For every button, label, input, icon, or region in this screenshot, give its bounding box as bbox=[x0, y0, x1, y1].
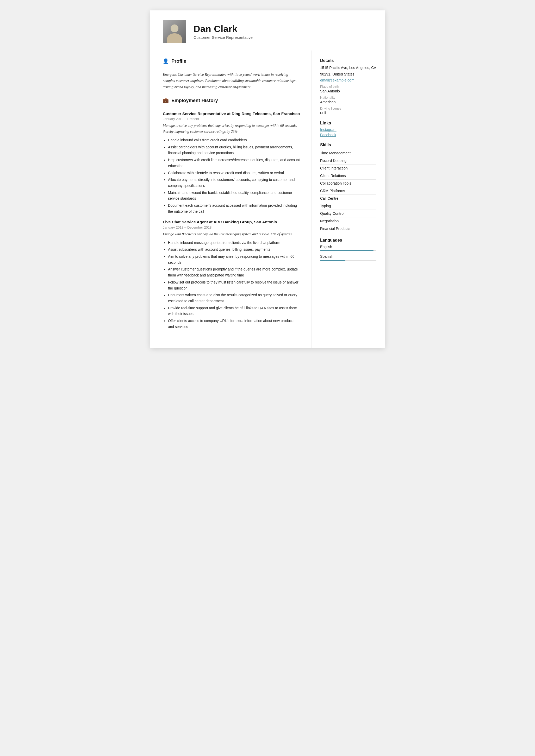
list-item: Answer customer questions promptly and i… bbox=[168, 267, 301, 278]
list-item: Assist subscribers with account queries,… bbox=[168, 247, 301, 253]
skill-item: Call Centre bbox=[320, 195, 376, 202]
job-entry-2: Live Chat Service Agent at ABC Banking G… bbox=[163, 219, 301, 330]
language-name-english: English bbox=[320, 245, 376, 249]
details-title: Details bbox=[320, 58, 376, 63]
employment-icon: 💼 bbox=[163, 97, 169, 103]
detail-address-line2: 90291, United States bbox=[320, 71, 376, 77]
job-entry-1: Customer Service Representative at Ding … bbox=[163, 111, 301, 215]
skill-item: Financial Products bbox=[320, 225, 376, 232]
list-item: Maintain and exceed the bank's establish… bbox=[168, 190, 301, 202]
candidate-name: Dan Clark bbox=[193, 24, 253, 34]
avatar bbox=[163, 20, 186, 43]
list-item: Collaborate with clientele to resolve cr… bbox=[168, 170, 301, 176]
skills-title: Skills bbox=[320, 143, 376, 147]
job-title-1: Customer Service Representative at Ding … bbox=[163, 111, 301, 116]
job-bullets-1: Handle inbound calls from credit card ca… bbox=[163, 137, 301, 214]
job-dates-2: January 2018 – December 2018 bbox=[163, 226, 301, 230]
job-title-2: Live Chat Service Agent at ABC Banking G… bbox=[163, 219, 301, 225]
language-bar-bg-spanish bbox=[320, 260, 376, 261]
skill-item: Client Relations bbox=[320, 172, 376, 180]
skill-item: Client Interaction bbox=[320, 165, 376, 172]
list-item: Handle inbound calls from credit card ca… bbox=[168, 137, 301, 144]
nationality-value: American bbox=[320, 100, 376, 104]
profile-section: 👤 Profile Energetic Customer Service Rep… bbox=[163, 58, 301, 90]
driving-license-value: Full bbox=[320, 111, 376, 115]
list-item: Provide real-time support and give clien… bbox=[168, 305, 301, 317]
employment-section: 💼 Employment History Customer Service Re… bbox=[163, 97, 301, 330]
candidate-title: Customer Service Representative bbox=[193, 35, 253, 40]
list-item: Offer clients access to company URL's fo… bbox=[168, 318, 301, 330]
nationality-label: Nationality bbox=[320, 96, 376, 99]
detail-email[interactable]: email@example.com bbox=[320, 78, 376, 82]
list-item: Allocate payments directly into customer… bbox=[168, 177, 301, 189]
language-bar-fill-english bbox=[320, 250, 374, 251]
languages-title: Languages bbox=[320, 238, 376, 243]
list-item: Help customers with credit line increase… bbox=[168, 157, 301, 169]
job-summary-2: Engage with 80 clients per day via the l… bbox=[163, 231, 301, 237]
details-section: Details 1515 Pacific Ave, Los Angeles, C… bbox=[320, 58, 376, 115]
profile-text: Energetic Customer Service Representativ… bbox=[163, 71, 301, 90]
list-item: Document written chats and also the resu… bbox=[168, 292, 301, 304]
language-bar-bg-english bbox=[320, 250, 376, 251]
list-item: Aim to solve any problems that may arise… bbox=[168, 254, 301, 265]
profile-divider bbox=[163, 67, 301, 67]
employment-divider bbox=[163, 106, 301, 106]
job-dates-1: January 2019 – Present bbox=[163, 117, 301, 121]
header: Dan Clark Customer Service Representativ… bbox=[150, 11, 385, 50]
header-info: Dan Clark Customer Service Representativ… bbox=[193, 24, 253, 40]
language-spanish: Spanish bbox=[320, 254, 376, 261]
driving-license-label: Driving license bbox=[320, 107, 376, 110]
profile-section-title: 👤 Profile bbox=[163, 58, 301, 64]
resume-container: Dan Clark Customer Service Representativ… bbox=[150, 11, 385, 348]
skill-item: Record Keeping bbox=[320, 157, 376, 165]
place-of-birth-label: Place of birth bbox=[320, 85, 376, 89]
list-item: Handle inbound message queries from clie… bbox=[168, 240, 301, 246]
links-title: Links bbox=[320, 121, 376, 125]
links-section: Links Instagram Facebook bbox=[320, 121, 376, 137]
language-name-spanish: Spanish bbox=[320, 254, 376, 258]
list-item: Follow set out protocols to they must li… bbox=[168, 280, 301, 291]
skill-item: Negotiation bbox=[320, 217, 376, 225]
list-item: Document each customer's account accesse… bbox=[168, 203, 301, 214]
skill-item: Typing bbox=[320, 202, 376, 210]
skill-item: CRM Platforms bbox=[320, 187, 376, 195]
job-summary-1: Manage to solve any problems that may ar… bbox=[163, 123, 301, 135]
employment-section-title: 💼 Employment History bbox=[163, 97, 301, 103]
job-bullets-2: Handle inbound message queries from clie… bbox=[163, 240, 301, 330]
profile-icon: 👤 bbox=[163, 58, 169, 64]
language-english: English bbox=[320, 245, 376, 251]
link-instagram[interactable]: Instagram bbox=[320, 127, 376, 132]
place-of-birth-value: San Antonio bbox=[320, 89, 376, 93]
list-item: Assist cardholders with account queries,… bbox=[168, 145, 301, 156]
detail-address-line1: 1515 Pacific Ave, Los Angeles, CA bbox=[320, 65, 376, 70]
right-column: Details 1515 Pacific Ave, Los Angeles, C… bbox=[312, 50, 385, 348]
link-facebook[interactable]: Facebook bbox=[320, 133, 376, 137]
skill-item: Time Management bbox=[320, 149, 376, 157]
languages-section: Languages English Spanish bbox=[320, 238, 376, 261]
language-bar-fill-spanish bbox=[320, 260, 345, 261]
left-column: 👤 Profile Energetic Customer Service Rep… bbox=[150, 50, 312, 348]
skills-section: Skills Time Management Record Keeping Cl… bbox=[320, 143, 376, 232]
skill-item: Quality Control bbox=[320, 210, 376, 217]
main-content: 👤 Profile Energetic Customer Service Rep… bbox=[150, 50, 385, 348]
skill-item: Collaboration Tools bbox=[320, 180, 376, 187]
